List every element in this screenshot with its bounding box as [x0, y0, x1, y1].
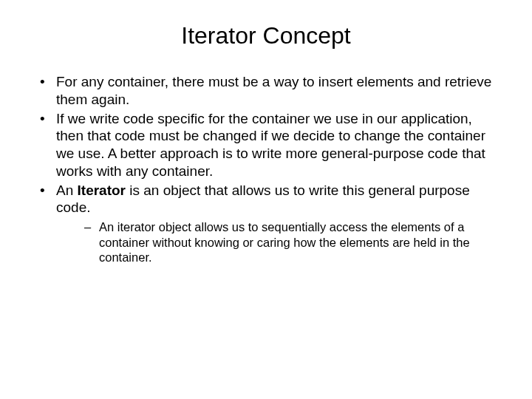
bullet-list: For any container, there must be a way t… — [31, 73, 501, 265]
bullet-text-prefix: An — [56, 183, 78, 198]
slide-title: Iterator Concept — [31, 22, 501, 50]
sub-bullet-item: An iterator object allows us to sequenti… — [81, 219, 501, 265]
bullet-item: If we write code specific for the contai… — [37, 110, 501, 180]
sub-bullet-list: An iterator object allows us to sequenti… — [56, 219, 501, 265]
bullet-item: For any container, there must be a way t… — [37, 73, 501, 109]
bullet-text-bold: Iterator — [78, 183, 126, 198]
bullet-item: An Iterator is an object that allows us … — [37, 182, 501, 265]
